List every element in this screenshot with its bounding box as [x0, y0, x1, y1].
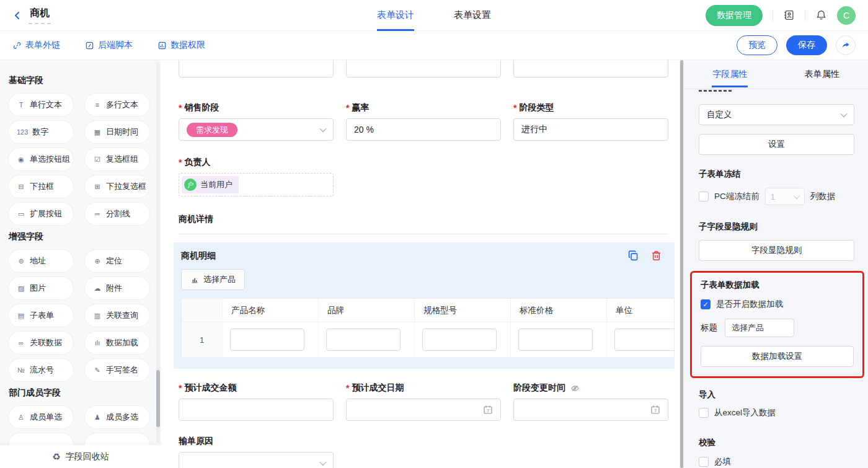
- data-permission-link[interactable]: 数据权限: [157, 40, 205, 51]
- sidebar-item-single-line-text[interactable]: T单行文本: [9, 94, 73, 116]
- field-label-text: 赢率: [352, 102, 369, 113]
- field-input[interactable]: [346, 60, 501, 77]
- sidebar-section-title: 基础字段: [9, 75, 153, 86]
- subform-icon: ▤: [17, 312, 25, 320]
- field-input[interactable]: 进行中: [513, 118, 668, 141]
- owner-field[interactable]: * 负责人 户 当前用户: [179, 157, 334, 196]
- owner-member-picker[interactable]: 户 当前用户: [179, 173, 334, 196]
- loss-reason-field[interactable]: 输单原因: [179, 436, 334, 468]
- back-button[interactable]: [12, 11, 22, 20]
- tab-form-settings[interactable]: 表单设置: [454, 0, 491, 31]
- field-recycle-bin[interactable]: ♻ 字段回收站: [0, 445, 161, 468]
- field-预计成交日期[interactable]: *预计成交日期7: [346, 382, 501, 421]
- sidebar-item-number[interactable]: 123数字: [9, 121, 73, 143]
- sidebar-item-location[interactable]: ⊕定位: [85, 250, 149, 272]
- required-star: *: [346, 383, 349, 393]
- sidebar-item-label: 关联查询: [106, 310, 138, 321]
- table-cell-input[interactable]: [518, 329, 593, 351]
- sidebar-item-extend-button[interactable]: ▭扩展按钮: [9, 203, 73, 225]
- freeze-checkbox-label: PC端冻结前: [714, 191, 760, 202]
- select-product-button[interactable]: 选择产品: [181, 269, 245, 290]
- field-label: * 负责人: [179, 157, 334, 168]
- field-预计成交金额[interactable]: *预计成交金额: [179, 382, 334, 421]
- sidebar-item-serial-number[interactable]: №流水号: [9, 359, 73, 381]
- sidebar-item-handwritten-signature[interactable]: ✎手写签名: [85, 359, 149, 381]
- subform-detail-block[interactable]: 商机明细 选择产品 产品名称品牌规格型号标准价格单位 1: [174, 242, 675, 369]
- notification-bell-icon[interactable]: [815, 9, 827, 21]
- sidebar-item-divider-line[interactable]: ═分割线: [85, 203, 149, 225]
- table-cell-input[interactable]: [422, 329, 497, 351]
- freeze-column-select[interactable]: 1: [765, 188, 805, 205]
- form-toolbar: 表单外链 后端脚本 数据权限 预览 保存: [0, 31, 868, 60]
- sidebar-item-multi-line-text[interactable]: ≡多行文本: [85, 94, 149, 116]
- field-赢率[interactable]: *赢率20 %: [346, 102, 501, 141]
- sidebar-item-address[interactable]: ⊚地址: [9, 250, 73, 272]
- dataload-title-input[interactable]: 选择产品: [725, 319, 794, 337]
- select-product-label: 选择产品: [203, 274, 236, 285]
- chevron-down-icon: [840, 110, 847, 117]
- data-manage-button[interactable]: 数据管理: [706, 5, 763, 26]
- required-checkbox[interactable]: [699, 457, 709, 467]
- enable-dataload-checkbox[interactable]: ✓: [701, 299, 711, 309]
- field-library-sidebar: 基础字段T单行文本≡多行文本123数字▦日期时间◉单选按钮组☑复选框组⊟下拉框⊞…: [0, 60, 161, 468]
- tab-form-properties[interactable]: 表单属性: [776, 60, 868, 89]
- contact-book-icon[interactable]: [783, 9, 795, 21]
- divider-line-icon: ═: [93, 210, 102, 218]
- field-销售阶段[interactable]: *销售阶段需求发现: [179, 102, 334, 141]
- tab-form-design[interactable]: 表单设计: [377, 0, 414, 31]
- field-visibility-rules-button[interactable]: 字段显隐规则: [699, 240, 854, 261]
- field-input[interactable]: [513, 60, 668, 77]
- field-date[interactable]: 7: [346, 399, 501, 421]
- sidebar-item-image[interactable]: ▨图片: [9, 277, 73, 299]
- field-label: 阶段变更时间: [513, 382, 668, 394]
- sidebar-item-datetime[interactable]: ▦日期时间: [85, 121, 149, 143]
- save-button[interactable]: 保存: [786, 35, 827, 55]
- field-label-text: 预计成交金额: [184, 382, 236, 394]
- field-select[interactable]: [179, 452, 334, 468]
- tab-field-properties[interactable]: 字段属性: [684, 60, 776, 89]
- sidebar-scrollbar-thumb[interactable]: [156, 370, 160, 427]
- excel-import-checkbox[interactable]: [699, 408, 709, 418]
- divider: [773, 10, 773, 21]
- table-header-cell: 单位: [607, 299, 675, 322]
- recycle-icon: ♻: [52, 451, 60, 462]
- freeze-suffix-label: 列数据: [810, 191, 836, 202]
- preview-button[interactable]: 预览: [737, 35, 777, 55]
- sidebar-item-related-data[interactable]: ∞关联数据: [9, 332, 73, 354]
- table-cell-input[interactable]: [614, 329, 675, 351]
- svg-text:7: 7: [654, 408, 657, 413]
- table-header-cell: [182, 299, 223, 322]
- dataload-settings-button[interactable]: 数据加载设置: [701, 346, 854, 367]
- share-button[interactable]: [836, 35, 856, 55]
- sidebar-item-subform[interactable]: ▤子表单: [9, 304, 73, 327]
- freeze-checkbox[interactable]: [699, 192, 709, 201]
- address-icon: ⊚: [17, 257, 25, 265]
- sidebar-item-member-single[interactable]: ♙成员单选: [9, 406, 73, 428]
- sidebar-item-attachment[interactable]: ☁附件: [85, 277, 149, 299]
- field-date[interactable]: 7: [513, 399, 668, 421]
- table-cell-input[interactable]: [230, 329, 304, 351]
- field-阶段类型[interactable]: *阶段类型进行中: [513, 102, 668, 141]
- user-avatar[interactable]: C: [837, 6, 856, 25]
- field-input[interactable]: [179, 399, 334, 421]
- delete-icon[interactable]: [650, 250, 662, 262]
- sidebar-item-dropdown-multi[interactable]: ⊞下拉复选框: [85, 175, 149, 198]
- field-label: 输单原因: [179, 436, 334, 447]
- sidebar-item-member-multi[interactable]: ♟成员多选: [85, 406, 149, 428]
- sidebar-item-radio-group[interactable]: ◉单选按钮组: [9, 148, 73, 170]
- table-cell-input[interactable]: [326, 329, 401, 351]
- canvas-scrollbar-thumb[interactable]: [680, 60, 683, 468]
- form-external-link[interactable]: 表单外链: [12, 40, 60, 51]
- sidebar-item-dropdown[interactable]: ⊟下拉框: [9, 175, 73, 198]
- sidebar-item-checkbox-group[interactable]: ☑复选框组: [85, 148, 149, 170]
- copy-icon[interactable]: [627, 250, 639, 262]
- field-input[interactable]: 20 %: [346, 118, 501, 141]
- sidebar-item-data-load[interactable]: ılı数据加载: [85, 332, 149, 354]
- field-阶段变更时间[interactable]: 阶段变更时间7: [513, 382, 668, 421]
- field-tag-select[interactable]: 需求发现: [179, 118, 334, 141]
- custom-mode-select[interactable]: 自定义: [699, 104, 854, 125]
- settings-button[interactable]: 设置: [699, 134, 854, 155]
- sidebar-item-related-query[interactable]: ▥关联查询: [85, 304, 149, 327]
- backend-script-link[interactable]: 后端脚本: [85, 40, 133, 51]
- field-input[interactable]: [179, 60, 334, 77]
